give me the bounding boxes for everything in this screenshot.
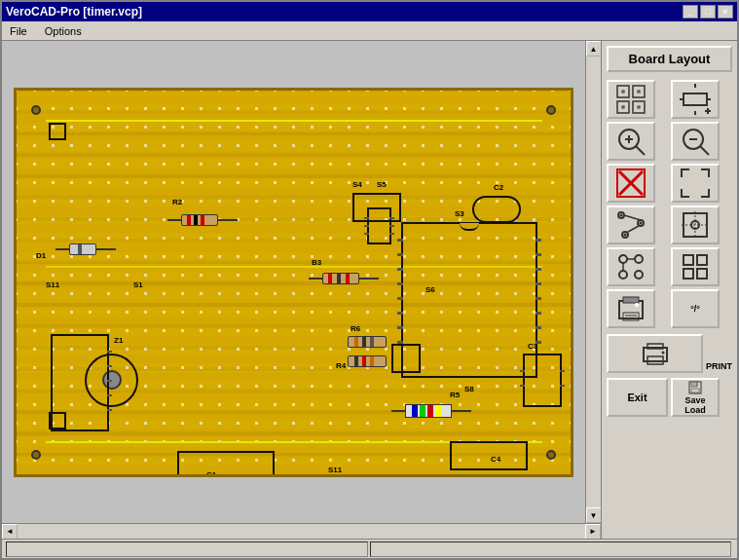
label-s3: S3	[455, 209, 464, 218]
vertical-scrollbar: ▲ ▼	[585, 41, 601, 523]
component-r2	[167, 212, 236, 228]
connect-tool-button[interactable]	[607, 247, 655, 286]
hole-bl	[31, 450, 41, 460]
auto-layout-button[interactable]	[671, 247, 720, 286]
grid-tool-button[interactable]	[607, 80, 655, 119]
comp-corner-tl	[49, 123, 66, 140]
delete-icon	[615, 168, 647, 199]
label-d1: D1	[36, 251, 46, 260]
component-b3	[309, 271, 377, 286]
window-title: VeroCAD-Pro [timer.vcp]	[6, 5, 142, 19]
close-button[interactable]: ×	[718, 5, 733, 19]
title-controls: _ □ ×	[683, 5, 733, 19]
zoom-out-icon	[680, 126, 711, 157]
zoom-out-button[interactable]	[671, 122, 720, 161]
delete-tool-button[interactable]	[607, 164, 655, 203]
label-r6: R6	[351, 324, 360, 333]
hole-tr	[546, 105, 556, 115]
maximize-button[interactable]: □	[700, 5, 716, 19]
status-bar	[2, 539, 737, 558]
component-tool-button[interactable]	[671, 80, 720, 119]
svg-rect-44	[697, 255, 707, 265]
center-icon	[680, 209, 711, 241]
component-d1	[55, 242, 114, 257]
comp-c1	[177, 451, 275, 477]
label-s11-left: S11	[46, 280, 59, 289]
svg-point-7	[637, 105, 641, 109]
canvas-inner: D1 R2	[2, 41, 601, 523]
board-layout-button[interactable]: Board Layout	[607, 46, 732, 72]
fit-icon	[680, 168, 711, 199]
menu-file[interactable]: File	[6, 24, 31, 38]
svg-rect-59	[691, 389, 699, 392]
label-c4: C4	[491, 455, 500, 464]
svg-rect-43	[684, 255, 693, 265]
svg-line-28	[624, 215, 641, 220]
svg-rect-58	[691, 382, 697, 387]
svg-point-56	[661, 352, 664, 355]
menu-options[interactable]: Options	[41, 24, 86, 38]
svg-line-16	[636, 146, 645, 155]
route-icon	[615, 209, 647, 241]
comp-r4	[348, 355, 387, 367]
label-c1: C1	[206, 470, 216, 477]
exit-button[interactable]: Exit	[607, 378, 668, 417]
svg-point-37	[619, 255, 627, 263]
comp-c4	[450, 441, 528, 470]
svg-rect-45	[684, 269, 693, 279]
scroll-left-button[interactable]: ◄	[2, 524, 18, 540]
center-tool-button[interactable]	[671, 205, 720, 244]
zoom-in-icon	[615, 126, 647, 157]
svg-line-20	[700, 146, 709, 155]
label-c2: C2	[494, 183, 503, 192]
canvas-area[interactable]: D1 R2	[2, 41, 585, 523]
route-tool-button[interactable]	[607, 205, 655, 244]
svg-point-39	[619, 271, 627, 279]
scroll-right-button[interactable]: ►	[585, 524, 601, 540]
title-bar: VeroCAD-Pro [timer.vcp] _ □ ×	[2, 2, 737, 21]
label-b3: B3	[312, 258, 321, 267]
hole-tl	[31, 105, 41, 115]
scroll-up-button[interactable]: ▲	[586, 41, 602, 56]
svg-point-31	[640, 222, 643, 225]
svg-point-52	[635, 303, 639, 307]
svg-line-29	[628, 226, 639, 232]
canvas-container: D1 R2	[2, 41, 601, 539]
exit-save-row: Exit SaveLoad	[607, 378, 732, 417]
right-toolbar: Board Layout	[601, 41, 737, 539]
label-s11-right: S11	[328, 466, 342, 474]
grid-icon	[615, 84, 647, 115]
ratio-tool-button[interactable]: °/°	[671, 289, 720, 328]
label-s4: S4	[352, 180, 362, 189]
status-right	[370, 541, 732, 557]
minimize-button[interactable]: _	[683, 5, 698, 19]
auto-layout-icon	[680, 251, 711, 282]
svg-point-6	[621, 105, 625, 109]
save-load-icon	[684, 380, 707, 395]
hole-br	[546, 450, 556, 460]
print-row: PRINT	[607, 334, 732, 373]
board-tool-button[interactable]	[607, 289, 655, 328]
print-label-container: PRINT	[706, 334, 732, 373]
ic-large	[401, 222, 537, 378]
svg-point-30	[620, 214, 623, 217]
save-load-button[interactable]: SaveLoad	[671, 378, 720, 417]
svg-rect-54	[647, 344, 663, 349]
connect-icon	[615, 251, 647, 282]
svg-rect-48	[623, 297, 639, 303]
fit-tool-button[interactable]	[671, 164, 720, 203]
zoom-in-button[interactable]	[607, 122, 655, 161]
label-r2: R2	[172, 198, 182, 206]
component-icon	[680, 84, 711, 115]
comp-r6	[348, 336, 387, 348]
svg-rect-46	[697, 269, 707, 279]
print-label: PRINT	[706, 361, 732, 371]
label-c3: C3	[528, 342, 537, 351]
pcb-board[interactable]: D1 R2	[14, 88, 573, 477]
horizontal-scrollbar: ◄ ►	[2, 523, 601, 539]
scroll-down-button[interactable]: ▼	[586, 507, 602, 523]
label-s6: S6	[425, 285, 435, 294]
svg-point-38	[635, 255, 643, 263]
svg-point-40	[635, 271, 643, 279]
print-button[interactable]	[607, 334, 703, 373]
